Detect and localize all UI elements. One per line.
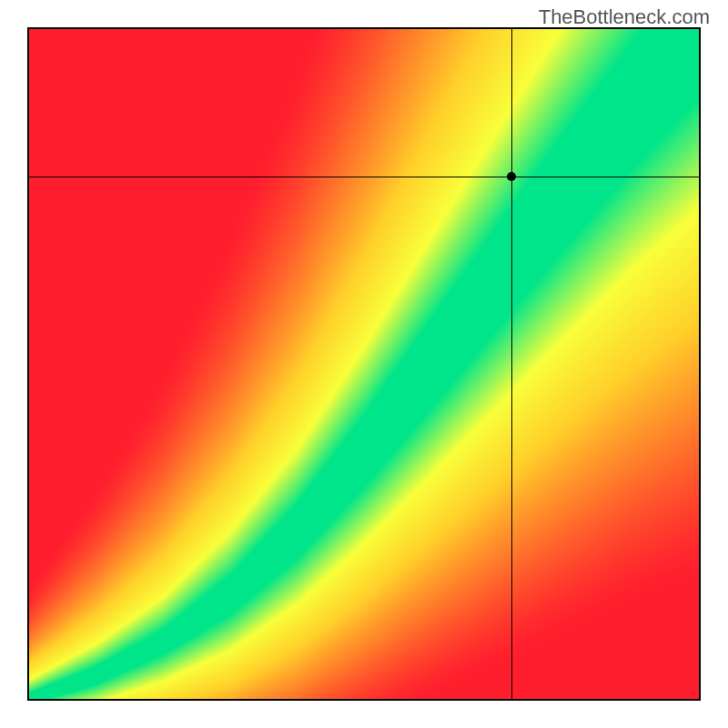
crosshair-horizontal — [29, 177, 699, 177]
watermark-text: TheBottleneck.com — [539, 5, 710, 29]
selection-marker[interactable] — [507, 172, 516, 181]
crosshair-vertical — [511, 29, 512, 699]
heatmap-frame — [27, 27, 701, 701]
heatmap-canvas[interactable] — [29, 29, 699, 699]
